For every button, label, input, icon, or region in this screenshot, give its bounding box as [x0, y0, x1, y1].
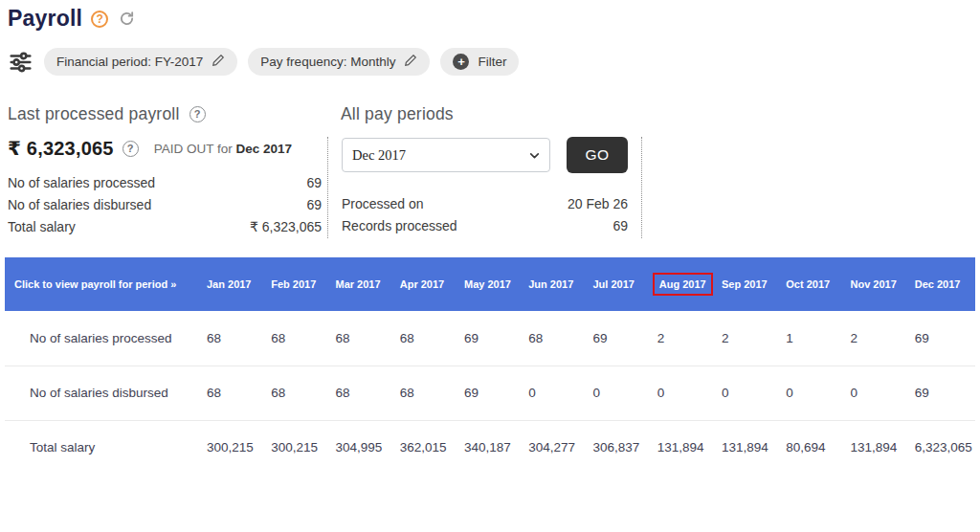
- table-cell: 69: [460, 311, 524, 366]
- month-header-apr-2017[interactable]: Apr 2017: [396, 257, 460, 311]
- all-pay-periods-heading: All pay periods: [341, 104, 454, 123]
- table-cell: 304,995: [332, 420, 396, 475]
- sliders-icon: [8, 50, 33, 75]
- table-cell: 68: [396, 311, 460, 366]
- row-label: No of salaries disbursed: [5, 366, 203, 420]
- table-cell: 131,894: [847, 420, 911, 475]
- add-filter-button[interactable]: + Filter: [440, 48, 519, 76]
- table-cell: 68: [332, 311, 396, 366]
- table-cell: 0: [654, 366, 718, 420]
- go-button[interactable]: GO: [567, 137, 628, 173]
- table-cell: 131,894: [654, 420, 718, 475]
- month-header-oct-2017[interactable]: Oct 2017: [782, 257, 846, 311]
- table-cell: 69: [911, 311, 975, 366]
- table-cell: 68: [267, 311, 331, 366]
- stat-row: No of salaries processed 69: [8, 172, 322, 194]
- month-header-nov-2017[interactable]: Nov 2017: [847, 257, 911, 311]
- highlight-red-box: Aug 2017: [653, 273, 713, 296]
- summary-sections: Last processed payroll ? All pay periods…: [8, 104, 972, 238]
- edit-pencil-icon[interactable]: [404, 54, 417, 70]
- table-cell: 0: [718, 366, 782, 420]
- last-processed-heading: Last processed payroll: [8, 104, 180, 124]
- table-cell: 69: [911, 366, 975, 420]
- table-cell: 300,215: [267, 420, 331, 475]
- month-header-jul-2017[interactable]: Jul 2017: [590, 257, 654, 311]
- table-cell: 68: [203, 366, 267, 420]
- stat-value: 69: [306, 194, 322, 216]
- help-icon[interactable]: ?: [91, 11, 108, 28]
- table-cell: 1: [782, 311, 846, 366]
- table-row: No of salaries processed6868686869686922…: [5, 311, 975, 366]
- paid-out-label: PAID OUT for Dec 2017: [154, 142, 292, 156]
- month-header-sep-2017[interactable]: Sep 2017: [718, 257, 782, 311]
- table-cell: 304,277: [524, 420, 589, 475]
- table-cell: 80,694: [782, 420, 846, 475]
- stat-value: ₹ 6,323,065: [250, 216, 322, 238]
- stat-row: Total salary ₹ 6,323,065: [8, 216, 322, 238]
- row-label: Total salary: [5, 420, 203, 475]
- table-cell: 2: [847, 311, 911, 366]
- table-cell: 2: [654, 311, 718, 366]
- table-cell: 69: [590, 311, 654, 366]
- page-title: Payroll: [8, 6, 82, 32]
- stat-value: 69: [306, 172, 322, 194]
- table-cell: 68: [396, 366, 460, 420]
- all-pay-periods-panel: Dec 2017 GO Processed on 20 Feb 26 Rec: [328, 137, 641, 238]
- table-header-row: Click to view payroll for period »Jan 20…: [5, 257, 975, 311]
- pay-periods-table: Click to view payroll for period »Jan 20…: [5, 257, 975, 475]
- table-cell: 69: [460, 366, 524, 420]
- table-row: No of salaries disbursed6868686869000000…: [5, 366, 975, 420]
- table-cell: 68: [332, 366, 396, 420]
- stat-label: No of salaries disbursed: [8, 194, 151, 216]
- edit-pencil-icon[interactable]: [212, 54, 225, 70]
- row-label: No of salaries processed: [5, 311, 203, 366]
- stat-row: Processed on 20 Feb 26: [342, 193, 628, 215]
- pay-period-select[interactable]: Dec 2017: [342, 138, 550, 172]
- table-cell: 68: [267, 366, 331, 420]
- dotted-divider: [641, 137, 642, 238]
- paid-out-period: Dec 2017: [235, 142, 292, 156]
- stat-value: 69: [612, 215, 628, 237]
- pay-frequency-chip-label: Pay frequency: Monthly: [260, 55, 395, 69]
- table-cell: 2: [718, 311, 782, 366]
- last-processed-panel: ₹ 6,323,065 ? PAID OUT for Dec 2017 No o…: [8, 137, 327, 238]
- table-cell: 6,323,065: [911, 420, 975, 475]
- table-cell: 131,894: [718, 420, 782, 475]
- month-header-mar-2017[interactable]: Mar 2017: [332, 257, 396, 311]
- stat-label: Records processed: [342, 215, 457, 237]
- stat-label: No of salaries processed: [8, 172, 155, 194]
- page-header: Payroll ?: [8, 4, 972, 32]
- table-cell: 0: [524, 366, 589, 420]
- filter-bar: Financial period: FY-2017 Pay frequency:…: [8, 48, 972, 76]
- stat-label: Total salary: [8, 216, 76, 238]
- month-header-may-2017[interactable]: May 2017: [460, 257, 524, 311]
- month-header-jun-2017[interactable]: Jun 2017: [524, 257, 589, 311]
- pay-frequency-chip[interactable]: Pay frequency: Monthly: [248, 48, 430, 76]
- table-row: Total salary300,215300,215304,995362,015…: [5, 420, 975, 475]
- table-cell: 0: [847, 366, 911, 420]
- plus-circle-icon: +: [453, 54, 469, 70]
- month-header-dec-2017[interactable]: Dec 2017: [911, 257, 975, 311]
- table-cell: 68: [524, 311, 589, 366]
- pay-periods-table-wrap: Click to view payroll for period »Jan 20…: [5, 257, 975, 475]
- stat-value: 20 Feb 26: [568, 193, 628, 215]
- table-cell: 68: [203, 311, 267, 366]
- stat-row: No of salaries disbursed 69: [8, 194, 322, 216]
- help-icon[interactable]: ?: [189, 106, 206, 122]
- stat-row: Records processed 69: [342, 215, 628, 237]
- stat-label: Processed on: [342, 193, 424, 215]
- table-cell: 362,015: [396, 420, 460, 475]
- help-icon[interactable]: ?: [122, 141, 139, 157]
- add-filter-button-label: Filter: [478, 55, 506, 69]
- financial-period-chip[interactable]: Financial period: FY-2017: [44, 48, 237, 76]
- table-cell: 306,837: [590, 420, 654, 475]
- table-cell: 340,187: [460, 420, 524, 475]
- month-header-aug-2017[interactable]: Aug 2017: [654, 257, 718, 311]
- table-cell: 0: [782, 366, 846, 420]
- month-header-jan-2017[interactable]: Jan 2017: [203, 257, 267, 311]
- month-header-feb-2017[interactable]: Feb 2017: [267, 257, 331, 311]
- refresh-icon[interactable]: [119, 11, 135, 27]
- table-cell: 0: [590, 366, 654, 420]
- table-header-label: Click to view payroll for period »: [5, 257, 203, 311]
- financial-period-chip-label: Financial period: FY-2017: [56, 55, 203, 69]
